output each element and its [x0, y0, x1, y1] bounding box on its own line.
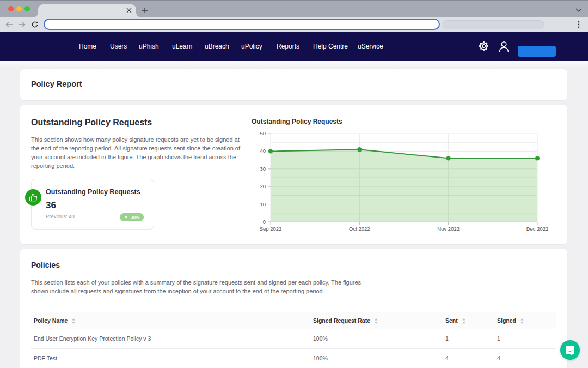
svg-text:Nov 2022: Nov 2022	[437, 226, 460, 232]
svg-text:Oct 2022: Oct 2022	[349, 226, 370, 232]
svg-text:50: 50	[260, 130, 266, 136]
svg-text:Sep 2022: Sep 2022	[260, 226, 282, 232]
svg-text:Dec 2022: Dec 2022	[526, 226, 549, 232]
svg-text:0: 0	[263, 219, 266, 225]
svg-text:10: 10	[260, 201, 266, 207]
svg-text:30: 30	[260, 166, 266, 172]
svg-text:20: 20	[260, 183, 266, 189]
svg-text:40: 40	[260, 148, 266, 154]
